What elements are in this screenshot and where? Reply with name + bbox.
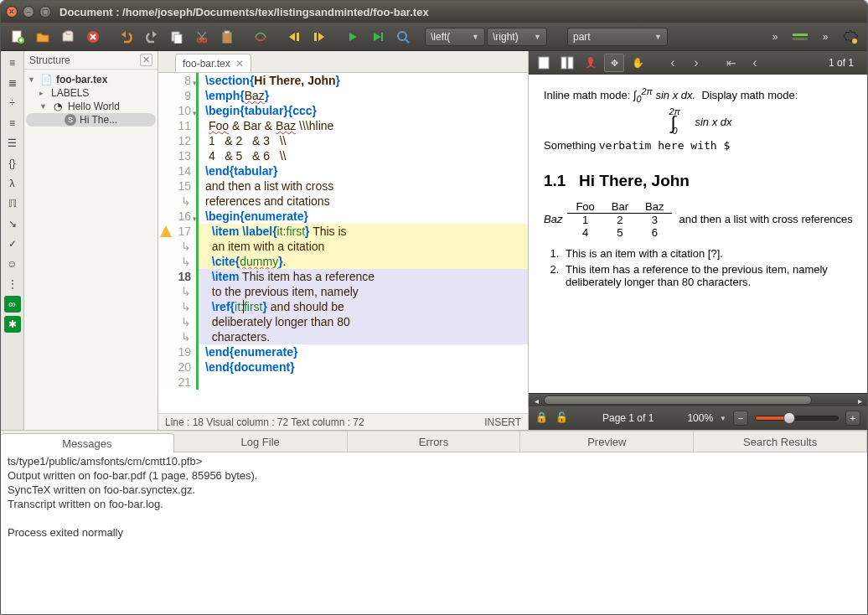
code-area[interactable]: 8▾\section{Hi There, John} 9\emph{Baz} 1… [158,73,528,413]
strip-dots-icon[interactable]: ⋮ [4,276,21,292]
pdf-list-item-1: This is an item with a citation [?]. [562,247,859,260]
overflow-icon[interactable]: » [763,26,787,48]
combo-label: \right) [493,31,519,43]
lock-icon[interactable]: 🔒 [535,411,549,425]
redo-icon[interactable] [140,26,163,48]
strip-math-icon[interactable]: ℿ [4,195,21,212]
pdf-display-label: Display math mode: [701,89,798,101]
strip-star-icon[interactable]: ✱ [4,316,21,333]
lock-open-icon[interactable]: 🔓 [555,411,569,425]
window-minimize-button[interactable]: – [23,6,34,18]
tab-logfile[interactable]: Log File [174,431,348,452]
svg-rect-9 [297,33,299,41]
scroll-thumb[interactable] [544,395,812,405]
config-icon[interactable] [839,26,862,48]
overflow2-icon[interactable]: » [814,26,837,48]
wizard-icon[interactable] [249,26,272,48]
strip-divide-icon[interactable]: ÷ [4,95,21,111]
pdf-page-icon[interactable] [534,54,554,72]
open-file-icon[interactable] [31,26,54,48]
pdf-hscrollbar[interactable]: ◂ ▸ [529,393,867,406]
svg-rect-7 [223,33,231,43]
new-file-icon[interactable] [6,26,29,48]
editor-statusbar: Line : 18 Visual column : 72 Text column… [158,413,528,430]
paste-icon[interactable] [215,26,239,48]
pdf-hand-icon[interactable]: ✋ [628,54,648,72]
svg-rect-17 [561,57,566,69]
strip-infinity-icon[interactable]: ∞ [4,296,21,313]
close-icon[interactable] [81,26,105,48]
left-symbol-strip: ≡ ≣ ÷ ≡ ☰ {} λ ℿ ↘ ✓ ☺ ⋮ ∞ ✱ [1,51,24,430]
pdf-prev-icon[interactable]: ‹ [663,54,683,72]
scroll-right-icon[interactable]: ▸ [854,395,865,406]
bottom-panel: Messages Log File Errors Preview Search … [1,430,867,614]
strip-check-icon[interactable]: ✓ [4,235,21,252]
zoom-slider[interactable] [755,416,839,421]
pdf-pane: ✥ ✋ ‹ › ⇤ ‹ 1 of 1 Inline math mode: ∫02… [529,51,867,430]
log-line: SyncTeX written on foo-bar.synctex.gz. [8,483,860,497]
pdf-next-icon[interactable]: › [686,54,706,72]
strip-menu-icon[interactable]: ☰ [4,135,21,152]
copy-icon[interactable] [165,26,189,48]
tree-section-1[interactable]: ▼◔Hello World [26,100,156,113]
messages-log[interactable]: ts/type1/public/amsfonts/cm/cmtt10.pfb> … [1,452,867,614]
prev-mark-icon[interactable] [282,26,306,48]
editor-tab-close-icon[interactable]: ✕ [235,58,244,70]
strip-arrow-icon[interactable]: ↘ [4,215,21,232]
tab-errors[interactable]: Errors [348,431,521,452]
tab-messages[interactable]: Messages [1,433,174,453]
main-toolbar: \left(▼ \right)▼ part▼ » » [1,23,867,51]
cut-icon[interactable] [190,26,214,48]
highlight-icon[interactable] [788,26,812,48]
log-line: ts/type1/public/amsfonts/cm/cmtt10.pfb> [8,454,860,468]
pdf-status-zoom: 100% [687,412,713,424]
pdf-acrobat-icon[interactable] [581,54,601,72]
window-close-button[interactable]: ✕ [6,6,18,18]
pdf-section-title: Hi There, John [579,172,690,189]
pdf-section-number: 1.1 [544,172,579,190]
tree-labels[interactable]: ▸LABELS [26,86,156,100]
log-line: Output written on foo-bar.pdf (1 page, 8… [8,468,860,483]
status-mode: INSERT [484,416,521,428]
strip-lines-icon[interactable]: ≡ [4,115,21,132]
structure-close-icon[interactable]: ✕ [140,54,152,66]
tree-section-2[interactable]: SHi The... [26,113,156,127]
window-maximize-button[interactable]: ▢ [39,6,51,18]
strip-para-icon[interactable]: ≡ [4,54,21,71]
pdf-verbatim: verbatim here with $ [599,139,731,152]
tree-root[interactable]: ▼📄foo-bar.tex [26,73,156,86]
strip-lambda-icon[interactable]: λ [4,175,21,192]
view-icon[interactable] [391,26,415,48]
structure-title: Structure [29,54,70,66]
pdf-statusbar: 🔒 🔓 Page 1 of 1 100%▼ − + [529,406,867,430]
editor-tab[interactable]: foo-bar.tex ✕ [175,54,251,72]
pdf-page[interactable]: Inline math mode: ∫02π sin x dx. Display… [529,75,867,393]
log-line: Process exited normally [8,525,860,540]
pdf-multipage-icon[interactable] [557,54,577,72]
pdf-table-sidelabel: Baz [544,213,564,225]
svg-rect-14 [793,38,808,40]
strip-list-icon[interactable]: ≣ [4,75,21,91]
zoom-in-button[interactable]: + [845,411,860,426]
left-delimiter-combo[interactable]: \left(▼ [425,28,485,46]
section-combo[interactable]: part▼ [567,28,668,46]
build-view-icon[interactable] [366,26,390,48]
pdf-back-icon[interactable]: ‹ [745,54,765,72]
build-icon[interactable] [341,26,364,48]
zoom-out-button[interactable]: − [733,411,748,426]
strip-face-icon[interactable]: ☺ [4,256,21,272]
next-mark-icon[interactable] [307,26,331,48]
strip-braces-icon[interactable]: {} [4,155,21,172]
undo-icon[interactable] [115,26,138,48]
scroll-left-icon[interactable]: ◂ [530,395,542,406]
pdf-display-equation: ∫02π sin x dx [544,109,859,131]
pdf-toolbar: ✥ ✋ ‹ › ⇤ ‹ 1 of 1 [529,51,867,75]
right-delimiter-combo[interactable]: \right)▼ [487,28,547,46]
pdf-inline-label: Inline math mode: [544,89,630,101]
svg-rect-10 [314,33,317,41]
save-icon[interactable] [56,26,80,48]
tab-search-results[interactable]: Search Results [694,431,867,452]
pdf-first-icon[interactable]: ⇤ [721,54,741,72]
pdf-fit-icon[interactable]: ✥ [604,54,624,72]
tab-preview[interactable]: Preview [520,431,694,452]
